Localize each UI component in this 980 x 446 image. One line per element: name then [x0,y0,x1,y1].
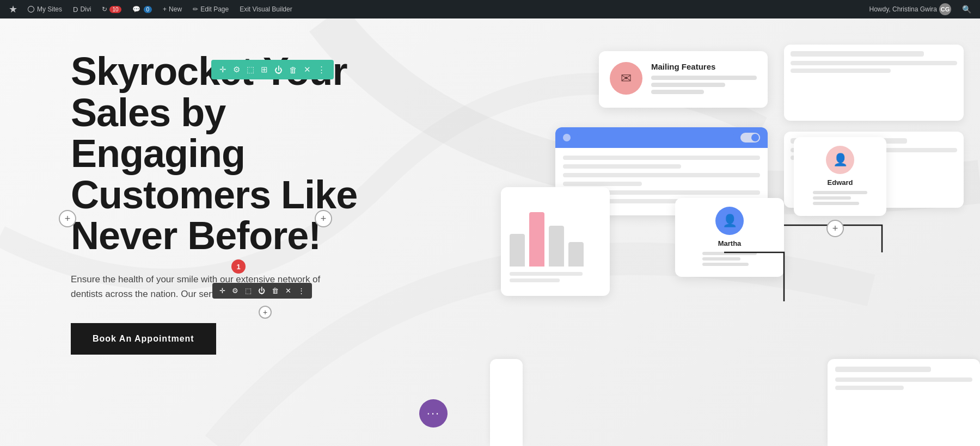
user-avatar: CG [939,3,951,15]
comments-menu[interactable]: 💬 0 [128,0,157,18]
edward-line-1 [813,191,867,194]
bar-1 [510,234,525,267]
fab-dots-icon: ··· [427,406,440,420]
mailing-line-3 [651,90,704,94]
bar-4 [568,242,584,267]
divi-icon: D [73,5,78,14]
book-appointment-button[interactable]: Book An Appointment [71,323,216,355]
section-toolbar: ✛ ⚙ ⬚ ⊞ ⏻ 🗑 ✕ ⋮ [211,60,334,79]
row-delete-icon[interactable]: 🗑 [269,286,281,296]
row-more-icon[interactable]: ⋮ [295,286,308,296]
edward-name: Edward [828,178,853,187]
edward-line-2 [813,196,851,200]
row-close-icon[interactable]: ✕ [283,286,294,296]
row-settings-icon[interactable]: ⚙ [229,286,241,296]
admin-search-icon[interactable]: 🔍 [959,5,975,14]
bar-3 [549,226,564,267]
card-bottom-left [490,359,523,446]
add-section-mid[interactable]: + [315,210,332,227]
close-icon[interactable]: ✕ [301,63,314,76]
mailing-line-2 [651,83,725,87]
martha-line-2 [702,257,740,261]
add-section-right[interactable]: + [826,220,844,237]
row-toolbar: ✛ ⚙ ⬚ ⏻ 🗑 ✕ ⋮ [212,283,312,299]
form-card-header [555,127,768,148]
delete-icon[interactable]: 🗑 [286,64,300,76]
chart-legend [510,272,601,282]
bar-2 [529,212,544,267]
grid-icon[interactable]: ⊞ [258,63,271,76]
form-line-4 [563,182,642,186]
hero-heading: Skyrocket Your Sales by Engaging Custome… [71,51,408,257]
edit-icon: ✏ [193,5,198,13]
legend-line-1 [510,272,583,276]
plus-icon: + [163,5,167,13]
wordpress-icon[interactable]: ★ [5,0,21,18]
add-module-inline[interactable]: + [259,306,272,319]
edward-line-3 [813,202,859,205]
martha-card: 👤 Martha [675,198,784,277]
martha-name: Martha [718,239,742,247]
svg-point-0 [28,6,34,12]
martha-line-1 [702,252,757,255]
mailing-line-1 [651,76,757,80]
edward-card: 👤 Edward [794,137,886,216]
comments-icon: 💬 [132,5,140,13]
notification-badge: 1 [231,259,246,274]
person-icon-blue: 👤 [722,214,737,228]
user-greeting[interactable]: Howdy, Christina Gwira CG [865,3,955,15]
main-content: ✛ ⚙ ⬚ ⊞ ⏻ 🗑 ✕ ⋮ Skyrocket Your Sales by … [0,18,980,446]
row-move-icon[interactable]: ✛ [217,286,228,296]
more-icon[interactable]: ⋮ [315,63,328,76]
duplicate-icon[interactable]: ⬚ [244,63,257,76]
form-line-3 [563,173,760,177]
form-line-1 [563,156,760,160]
card-bottom-right [828,359,980,446]
move-icon[interactable]: ✛ [217,63,229,76]
mailing-card: ✉ Mailing Features [599,51,768,108]
row-power-icon[interactable]: ⏻ [255,286,268,296]
comments-count: 0 [144,6,152,13]
mail-icon-circle: ✉ [610,62,642,95]
martha-avatar: 👤 [715,207,744,235]
form-toggle [740,133,760,143]
admin-bar: ★ My Sites D Divi ↻ 10 💬 0 + New ✏ Edit … [0,0,980,18]
mailing-card-text: Mailing Features [651,62,757,97]
martha-line-3 [702,263,749,266]
form-line-2 [563,164,681,169]
martha-lines [702,252,757,268]
row-duplicate-icon[interactable]: ⬚ [242,286,254,296]
person-icon: 👤 [833,153,848,167]
form-bar [577,134,734,141]
hero-section: Skyrocket Your Sales by Engaging Custome… [71,51,408,355]
edit-page-btn[interactable]: ✏ Edit Page [188,0,233,18]
toggle-knob [751,134,759,141]
updates-icon: ↻ [102,5,107,13]
divi-menu[interactable]: D Divi [69,0,95,18]
exit-visual-builder-btn[interactable]: Exit Visual Builder [235,0,297,18]
my-sites-menu[interactable]: My Sites [23,0,66,18]
updates-menu[interactable]: ↻ 10 [97,0,125,18]
admin-bar-right: Howdy, Christina Gwira CG 🔍 [865,3,975,15]
chart-card [501,187,610,296]
new-content-menu[interactable]: + New [158,0,186,18]
mailing-title: Mailing Features [651,62,757,71]
power-icon[interactable]: ⏻ [272,64,285,76]
updates-count: 10 [109,6,121,13]
card-right-top [784,45,964,121]
form-dot-1 [563,134,571,141]
legend-line-2 [510,278,560,282]
edward-lines [813,191,867,207]
chart-bars [510,201,601,267]
edward-avatar: 👤 [826,146,854,174]
ui-mockups: ✉ Mailing Features [490,18,980,446]
fab-purple[interactable]: ··· [419,399,448,428]
envelope-icon: ✉ [621,71,632,86]
settings-icon[interactable]: ⚙ [230,63,243,76]
add-section-left[interactable]: + [59,210,76,227]
